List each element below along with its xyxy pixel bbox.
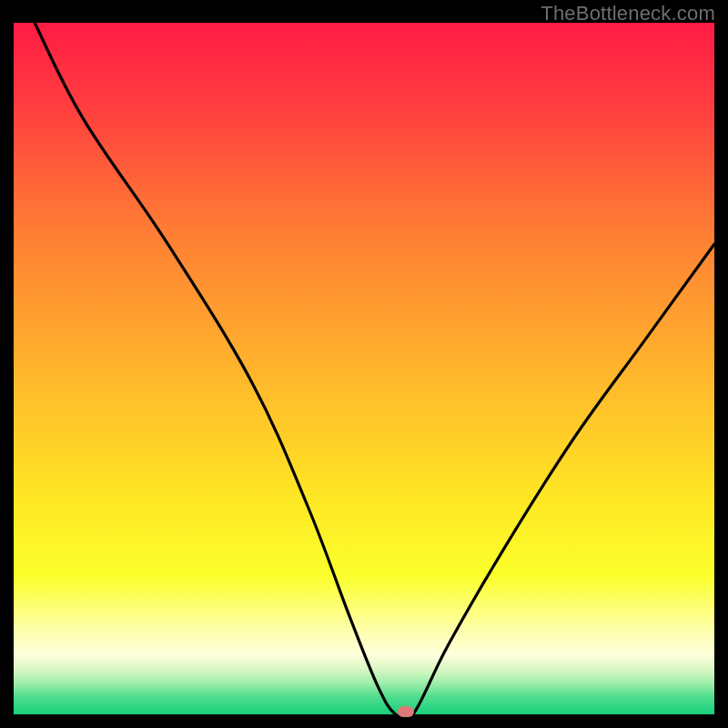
bottleneck-marker <box>398 706 414 717</box>
watermark-label: TheBottleneck.com <box>541 2 715 25</box>
bottleneck-curve <box>14 23 714 714</box>
chart-container: TheBottleneck.com <box>0 0 728 728</box>
plot-frame <box>14 23 714 714</box>
